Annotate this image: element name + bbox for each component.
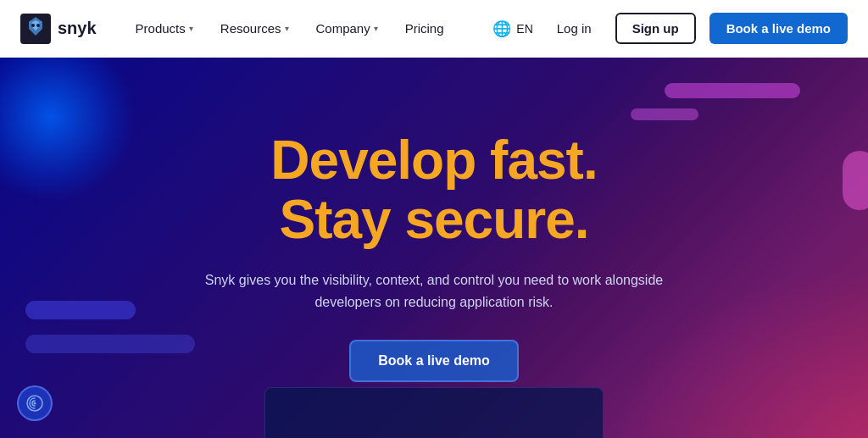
- nav-pricing[interactable]: Pricing: [393, 14, 456, 42]
- hero-content: Develop fast. Stay secure. Snyk gives yo…: [0, 58, 868, 438]
- svg-point-1: [31, 24, 35, 27]
- logo-link[interactable]: snyk: [20, 14, 97, 44]
- hero-title: Develop fast. Stay secure.: [270, 130, 597, 250]
- nav-links: Products ▾ Resources ▾ Company ▾ Pricing: [124, 14, 493, 42]
- nav-products[interactable]: Products ▾: [124, 14, 205, 42]
- nav-right: 🌐 EN Log in Sign up Book a live demo: [492, 13, 848, 44]
- hero-cta-button[interactable]: Book a live demo: [349, 340, 519, 382]
- login-button[interactable]: Log in: [547, 14, 602, 42]
- signup-button[interactable]: Sign up: [615, 13, 696, 44]
- resources-chevron-icon: ▾: [285, 24, 289, 33]
- nav-resources[interactable]: Resources ▾: [209, 14, 301, 42]
- hero-subtitle: Snyk gives you the visibility, context, …: [197, 269, 671, 313]
- brand-name: snyk: [58, 19, 97, 38]
- nav-company[interactable]: Company ▾: [304, 14, 390, 42]
- navbar: snyk Products ▾ Resources ▾ Company ▾ Pr…: [0, 0, 868, 58]
- products-chevron-icon: ▾: [189, 24, 193, 33]
- language-selector[interactable]: 🌐 EN: [492, 19, 532, 38]
- globe-icon: 🌐: [492, 19, 511, 38]
- company-chevron-icon: ▾: [374, 24, 378, 33]
- snyk-logo-icon: [20, 14, 51, 44]
- hero-section: Develop fast. Stay secure. Snyk gives yo…: [0, 58, 868, 438]
- svg-point-2: [36, 24, 40, 27]
- nav-book-demo-button[interactable]: Book a live demo: [709, 13, 848, 44]
